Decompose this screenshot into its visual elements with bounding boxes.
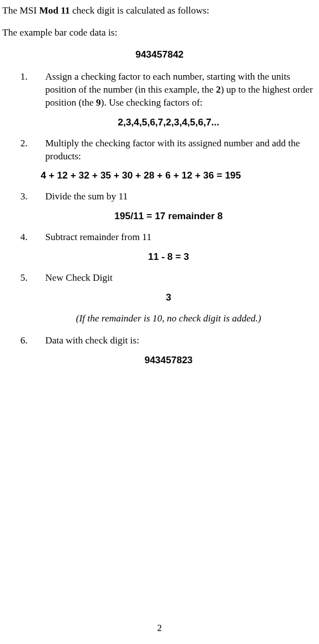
step-num: 1. [20, 71, 45, 110]
step-text: Divide the sum by 11 [45, 190, 317, 203]
step-num: 6. [20, 334, 45, 347]
intro-bold: Mod 11 [39, 5, 70, 16]
calc-sum: 4 + 12 + 32 + 35 + 30 + 28 + 6 + 12 + 36… [2, 169, 317, 182]
intro-suffix: check digit is calculated as follows: [70, 5, 209, 16]
calc-note: (If the remainder is 10, no check digit … [20, 312, 317, 325]
step-text: Data with check digit is: [45, 334, 317, 347]
step-num: 4. [20, 231, 45, 244]
step-text: New Check Digit [45, 272, 317, 285]
steps-list-cont: 3. Divide the sum by 11 195/11 = 17 rema… [2, 190, 317, 367]
step-num: 2. [20, 137, 45, 163]
example-intro: The example bar code data is: [2, 27, 317, 40]
example-data: 943457842 [2, 49, 317, 62]
steps-list: 1. Assign a checking factor to each numb… [2, 71, 317, 163]
page-number: 2 [0, 622, 319, 635]
calc-subtract: 11 - 8 = 3 [20, 251, 317, 264]
step-num: 5. [20, 272, 45, 285]
step-1: 1. Assign a checking factor to each numb… [20, 71, 317, 110]
step-3: 3. Divide the sum by 11 [20, 190, 317, 203]
step-text: Multiply the checking factor with its as… [45, 137, 317, 163]
calc-newdigit: 3 [20, 291, 317, 304]
step-4: 4. Subtract remainder from 11 [20, 231, 317, 244]
step-6: 6. Data with check digit is: [20, 334, 317, 347]
calc-factors: 2,3,4,5,6,7,2,3,4,5,6,7... [20, 116, 317, 129]
calc-division: 195/11 = 17 remainder 8 [20, 210, 317, 223]
calc-final: 943457823 [20, 354, 317, 367]
step-num: 3. [20, 190, 45, 203]
step-5: 5. New Check Digit [20, 272, 317, 285]
step-text: Assign a checking factor to each number,… [45, 71, 317, 110]
intro-line: The MSI Mod 11 check digit is calculated… [2, 5, 317, 18]
step-2: 2. Multiply the checking factor with its… [20, 137, 317, 163]
step-text: Subtract remainder from 11 [45, 231, 317, 244]
intro-prefix: The MSI [2, 5, 39, 16]
